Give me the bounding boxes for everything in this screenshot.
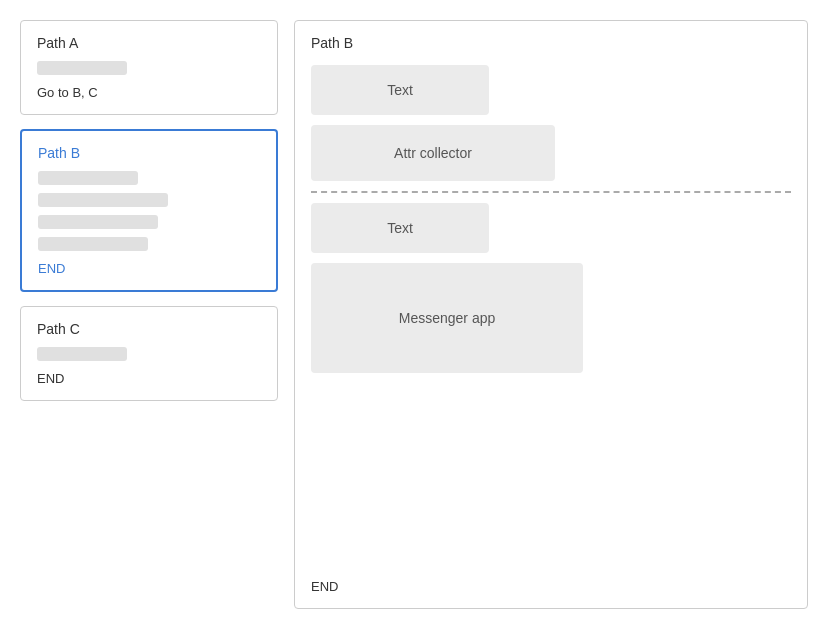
main-panel-footer: END [311, 579, 791, 594]
path-c-footer: END [37, 371, 261, 386]
path-c-card: Path C END [20, 306, 278, 401]
text-component-1: Text [311, 65, 489, 115]
path-b-bar1 [38, 171, 138, 185]
path-c-bar [37, 347, 127, 361]
main-panel: Path B Text Attr collector Pause Text [294, 20, 808, 609]
path-b-title: Path B [38, 145, 260, 161]
path-a-title: Path A [37, 35, 261, 51]
path-b-bar2 [38, 193, 168, 207]
left-column: Path A Go to B, C Path B END Path C END [20, 20, 278, 609]
path-c-title: Path C [37, 321, 261, 337]
path-b-card: Path B END [20, 129, 278, 292]
path-b-bar3 [38, 215, 158, 229]
path-a-card: Path A Go to B, C [20, 20, 278, 115]
pause-divider: Pause [311, 191, 791, 193]
path-a-bar [37, 61, 127, 75]
path-b-footer: END [38, 261, 260, 276]
text-component-2: Text [311, 203, 489, 253]
attr-collector-component: Attr collector [311, 125, 555, 181]
panel-content: Text Attr collector Pause Text Messen [311, 65, 791, 594]
messenger-component: Messenger app [311, 263, 583, 373]
path-a-footer: Go to B, C [37, 85, 261, 100]
main-panel-title: Path B [311, 35, 791, 51]
pause-line [311, 191, 791, 193]
path-b-bar4 [38, 237, 148, 251]
canvas: Path A Go to B, C Path B END Path C END … [0, 0, 828, 629]
